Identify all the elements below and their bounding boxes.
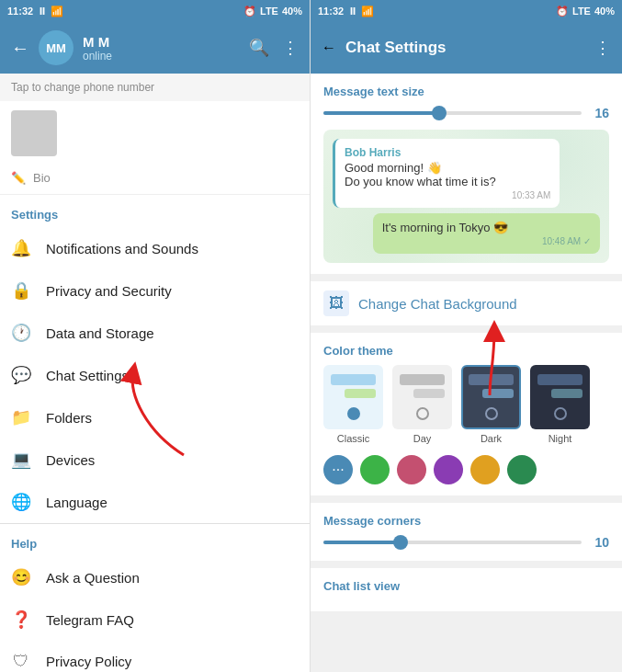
menu-item-privacy-policy[interactable]: 🛡 Privacy Policy — [0, 641, 310, 672]
theme-day-label: Day — [413, 433, 432, 444]
theme-classic[interactable]: Classic — [323, 365, 383, 444]
theme-circle-dark — [485, 407, 498, 420]
avatar: MM — [39, 30, 74, 65]
time-left: 11:32 — [7, 6, 33, 17]
corners-slider-row: 10 — [323, 535, 609, 550]
left-content: Tap to change phone number ✏️ Bio Settin… — [0, 74, 310, 672]
accent-dot-0[interactable]: ··· — [323, 455, 353, 484]
accent-dot-4[interactable] — [470, 455, 500, 484]
menu-item-language[interactable]: 🌐 Language — [0, 481, 310, 523]
devices-icon: 💻 — [11, 450, 31, 470]
profile-image-area — [0, 101, 310, 165]
corners-thumb[interactable] — [393, 535, 408, 550]
change-bg-icon: 🖼 — [323, 290, 349, 316]
accent-dot-1[interactable] — [360, 455, 390, 484]
privacy-label: Privacy and Security — [46, 283, 172, 299]
theme-bar2-dark — [482, 389, 514, 398]
profile-thumbnail — [11, 110, 57, 156]
change-bg-button[interactable]: 🖼 Change Chat Background — [311, 281, 622, 325]
menu-item-ask[interactable]: 😊 Ask a Question — [0, 556, 310, 598]
privacy-policy-icon: 🛡 — [11, 652, 31, 671]
theme-night[interactable]: Night — [530, 365, 590, 444]
theme-bar2-night — [551, 389, 582, 398]
incoming-bubble: Bob Harris Good morning! 👋 Do you know w… — [333, 139, 560, 208]
theme-night-preview — [530, 365, 590, 429]
corners-title: Message corners — [323, 514, 609, 528]
contact-status: online — [83, 50, 240, 63]
outgoing-bubble: It's morning in Tokyo 😎 10:48 AM ✓ — [373, 213, 600, 254]
accent-dot-5[interactable] — [507, 455, 537, 484]
theme-dark-preview — [461, 365, 521, 429]
accent-colors: ··· — [323, 455, 609, 484]
chat-list-section: Chat list view — [311, 568, 622, 611]
bubble-sender: Bob Harris — [345, 146, 550, 159]
notifications-label: Notifications and Sounds — [46, 241, 198, 256]
data-label: Data and Storage — [46, 325, 154, 341]
menu-item-privacy[interactable]: 🔒 Privacy and Security — [0, 269, 310, 312]
back-button-right[interactable]: ← — [322, 40, 336, 56]
battery-right: 40% — [594, 6, 615, 17]
ask-icon: 😊 — [11, 567, 31, 587]
theme-day[interactable]: Day — [392, 365, 452, 444]
notifications-icon: 🔔 — [11, 238, 31, 258]
folders-icon: 📁 — [11, 407, 31, 427]
more-icon-right[interactable]: ⋮ — [594, 38, 611, 58]
theme-options: Classic Day — [323, 365, 609, 444]
right-header: ← Chat Settings ⋮ — [311, 22, 622, 74]
header-actions: 🔍 ⋮ — [249, 38, 299, 58]
settings-section-header: Settings — [0, 195, 310, 227]
message-preview: Bob Harris Good morning! 👋 Do you know w… — [323, 130, 609, 263]
check-icon: ✓ — [583, 236, 591, 246]
theme-classic-label: Classic — [337, 433, 369, 444]
language-icon: 🌐 — [11, 492, 31, 512]
chat-label: Chat Settings — [46, 368, 129, 383]
bio-row: ✏️ Bio — [11, 171, 299, 185]
language-label: Language — [46, 495, 107, 510]
bubble-time: 10:33 AM — [345, 190, 550, 200]
lte-icon-right: LTE — [572, 6, 591, 17]
theme-dark[interactable]: Dark — [461, 365, 521, 444]
theme-day-preview — [392, 365, 452, 429]
theme-circle-classic — [347, 407, 360, 420]
theme-bar2-classic — [345, 389, 376, 398]
contact-name: M M — [83, 34, 240, 50]
menu-item-folders[interactable]: 📁 Folders — [0, 396, 310, 439]
status-bar-right: 11:32 ⏸ 📶 ⏰ LTE 40% — [311, 0, 622, 22]
message-size-track — [323, 111, 582, 115]
lte-icon: LTE — [260, 6, 278, 17]
data-icon: 🕐 — [11, 323, 31, 343]
theme-circle-night — [554, 407, 567, 420]
accent-dot-3[interactable] — [434, 455, 463, 484]
signal-icon: 📶 — [51, 6, 63, 17]
menu-item-faq[interactable]: ❓ Telegram FAQ — [0, 598, 310, 641]
back-button-left[interactable]: ← — [11, 38, 29, 59]
search-icon[interactable]: 🔍 — [249, 38, 269, 58]
privacy-policy-label: Privacy Policy — [46, 654, 131, 669]
theme-bar2-day — [413, 389, 445, 398]
folders-label: Folders — [46, 410, 92, 426]
left-header: ← MM M M online 🔍 ⋮ — [0, 22, 310, 74]
slider-thumb[interactable] — [432, 106, 447, 120]
chat-icon: 💬 — [11, 365, 31, 385]
right-content[interactable]: Message text size 16 Bob Harris Good mor… — [311, 74, 622, 672]
status-bar-left: 11:32 ⏸ 📶 ⏰ LTE 40% — [0, 0, 310, 22]
edit-icon: ✏️ — [11, 171, 26, 185]
status-time-right: 11:32 ⏸ 📶 — [318, 6, 374, 17]
header-info: M M online — [83, 34, 240, 63]
theme-bar-dark — [469, 374, 514, 385]
menu-item-devices[interactable]: 💻 Devices — [0, 439, 310, 481]
message-size-slider-row: 16 — [323, 106, 609, 120]
alarm-icon: ⏰ — [243, 6, 256, 17]
menu-item-notifications[interactable]: 🔔 Notifications and Sounds — [0, 227, 310, 269]
right-title: Chat Settings — [345, 39, 585, 57]
devices-label: Devices — [46, 452, 95, 468]
menu-item-chat[interactable]: 💬 Chat Settings — [0, 354, 310, 396]
theme-circle-day — [416, 407, 429, 420]
corners-track — [323, 541, 582, 544]
bubble-text2: Do you know what time it is? — [345, 175, 550, 188]
menu-item-data[interactable]: 🕐 Data and Storage — [0, 312, 310, 354]
accent-dot-2[interactable] — [397, 455, 426, 484]
corners-fill — [323, 541, 401, 544]
bubble-text1: Good morning! 👋 — [345, 161, 550, 175]
more-icon[interactable]: ⋮ — [282, 38, 299, 58]
